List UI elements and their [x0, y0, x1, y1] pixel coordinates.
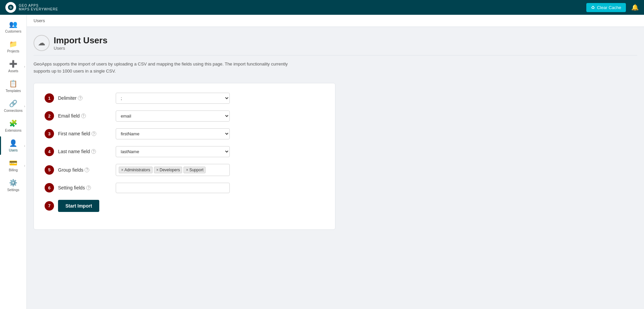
- settings-icon: ⚙️: [9, 179, 17, 187]
- help-icon[interactable]: ?: [78, 96, 83, 100]
- page-body: ☁ Import Users Users GeoApps supports th…: [27, 27, 644, 238]
- sidebar-label-projects: Projects: [7, 49, 19, 53]
- sidebar-label-connections: Connections: [4, 109, 23, 113]
- logo-icon: G: [5, 2, 16, 13]
- svg-text:G: G: [10, 6, 12, 9]
- content-area: Users ☁ Import Users Users GeoApps suppo…: [27, 15, 644, 309]
- select-field-1[interactable]: ;,|\t: [116, 93, 230, 104]
- templates-icon: 📋: [9, 80, 17, 88]
- sidebar-item-users[interactable]: 👤Users›: [0, 136, 26, 155]
- sidebar-item-connections[interactable]: 🔗Connections›: [0, 97, 26, 115]
- sidebar-label-extensions: Extensions: [5, 129, 21, 132]
- sidebar-item-projects[interactable]: 📁Projects: [0, 37, 26, 56]
- topbar-right: ♻ Clear Cache 🔔: [586, 3, 639, 12]
- sidebar-label-assets: Assets: [8, 69, 18, 73]
- recycle-icon: ♻: [591, 5, 595, 10]
- page-header-icon: ☁: [34, 35, 50, 51]
- step-badge-1: 1: [45, 93, 54, 103]
- main-layout: 👥Customers📁Projects➕Assets›📋Templates🔗Co…: [0, 15, 644, 309]
- start-import-button[interactable]: Start Import: [58, 200, 99, 212]
- field-label-1: Delimiter?: [58, 95, 112, 101]
- field-label-6: Setting fields?: [58, 185, 112, 190]
- step-badge-2: 2: [45, 111, 54, 121]
- logo: G GEO APPS MAPS EVERYWHERE: [5, 2, 58, 13]
- form-row-3: 3First name field?firstNamefirst_namefir…: [45, 128, 324, 139]
- field-label-2: Email field?: [58, 113, 112, 119]
- help-icon[interactable]: ?: [86, 185, 91, 190]
- page-divider: [34, 55, 637, 55]
- tag-remove-icon[interactable]: ×: [156, 168, 159, 172]
- notification-bell-icon[interactable]: 🔔: [631, 4, 639, 11]
- tag-item: ×Developers: [154, 167, 182, 173]
- sidebar-item-settings[interactable]: ⚙️Settings: [0, 176, 26, 194]
- form-row-4: 4Last name field?lastNamelast_namelastna…: [45, 146, 324, 157]
- step-badge-3: 3: [45, 129, 54, 138]
- assets-icon: ➕: [9, 60, 17, 68]
- page-header: ☁ Import Users Users: [34, 35, 637, 51]
- chevron-right-icon: ›: [24, 104, 25, 108]
- step-badge-4: 4: [45, 147, 54, 156]
- sidebar-item-customers[interactable]: 👥Customers: [0, 17, 26, 36]
- topbar: G GEO APPS MAPS EVERYWHERE ♻ Clear Cache…: [0, 0, 644, 15]
- chevron-right-icon: ›: [24, 164, 25, 167]
- import-form-card: 1Delimiter?;,|\t2Email field?emailEmaile…: [34, 83, 335, 230]
- billing-icon: 💳: [9, 159, 17, 167]
- clear-cache-button[interactable]: ♻ Clear Cache: [586, 3, 626, 12]
- sidebar-item-billing[interactable]: 💳Billing›: [0, 156, 26, 175]
- users-icon: 👤: [9, 139, 17, 147]
- form-row-2: 2Email field?emailEmaile-mail: [45, 111, 324, 122]
- help-icon[interactable]: ?: [81, 114, 86, 118]
- form-row-1: 1Delimiter?;,|\t: [45, 93, 324, 104]
- submit-row: 7 Start Import: [45, 200, 324, 212]
- select-field-2[interactable]: emailEmaile-mail: [116, 111, 230, 122]
- chevron-right-icon: ›: [24, 144, 25, 147]
- sidebar-label-users: Users: [9, 148, 17, 152]
- text-input-6[interactable]: [116, 183, 230, 193]
- sidebar-item-assets[interactable]: ➕Assets›: [0, 57, 26, 76]
- step-badge-5: 5: [45, 165, 54, 175]
- form-row-5: 5Group fields?×Administrators×Developers…: [45, 164, 324, 176]
- sidebar-label-customers: Customers: [5, 30, 21, 33]
- field-label-5: Group fields?: [58, 167, 112, 173]
- chevron-right-icon: ›: [24, 64, 25, 68]
- sidebar-label-settings: Settings: [7, 188, 19, 192]
- connections-icon: 🔗: [9, 99, 17, 107]
- tag-remove-icon[interactable]: ×: [121, 168, 123, 172]
- help-icon[interactable]: ?: [91, 149, 96, 154]
- help-icon[interactable]: ?: [85, 168, 89, 172]
- sidebar-item-extensions[interactable]: 🧩Extensions: [0, 117, 26, 135]
- sidebar-label-templates: Templates: [6, 89, 21, 93]
- page-description: GeoApps supports the import of users by …: [34, 61, 288, 75]
- sidebar-label-billing: Billing: [9, 168, 18, 172]
- form-row-6: 6Setting fields?: [45, 183, 324, 193]
- step-badge-7: 7: [45, 201, 54, 211]
- field-label-3: First name field?: [58, 131, 112, 136]
- tags-input-5[interactable]: ×Administrators×Developers×Support: [116, 164, 230, 176]
- breadcrumb: Users: [27, 15, 644, 27]
- field-label-4: Last name field?: [58, 149, 112, 154]
- tag-remove-icon[interactable]: ×: [186, 168, 188, 172]
- page-title: Import Users: [54, 35, 107, 46]
- page-subtitle: Users: [54, 46, 107, 51]
- select-field-4[interactable]: lastNamelast_namelastname: [116, 146, 230, 157]
- step-badge-6: 6: [45, 183, 54, 192]
- customers-icon: 👥: [9, 20, 17, 28]
- active-bar: [0, 136, 1, 155]
- sidebar: 👥Customers📁Projects➕Assets›📋Templates🔗Co…: [0, 15, 27, 309]
- projects-icon: 📁: [9, 40, 17, 48]
- extensions-icon: 🧩: [9, 119, 17, 127]
- tag-item: ×Support: [183, 167, 206, 173]
- brand-text: GEO APPS MAPS EVERYWHERE: [19, 4, 58, 11]
- sidebar-item-templates[interactable]: 📋Templates: [0, 77, 26, 95]
- select-field-3[interactable]: firstNamefirst_namefirstname: [116, 128, 230, 139]
- help-icon[interactable]: ?: [92, 131, 96, 136]
- tag-item: ×Administrators: [119, 167, 153, 173]
